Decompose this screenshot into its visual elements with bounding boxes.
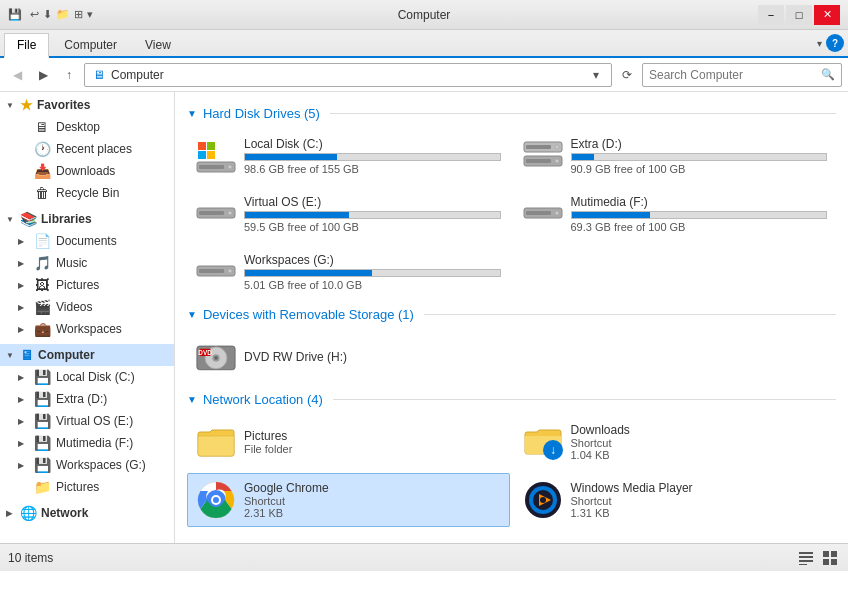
tab-computer[interactable]: Computer [51,33,130,56]
mutimedia-f-name: Mutimedia (F:) [571,195,828,209]
sidebar-item-recycle-bin[interactable]: 🗑 Recycle Bin [0,182,174,204]
up-button[interactable]: ↑ [58,64,80,86]
tab-view[interactable]: View [132,33,184,56]
title-bar: 💾 ↩ ⬇ 📁 ⊞ ▾ Computer − □ ✕ [0,0,848,30]
local-c-bar [245,154,337,160]
network-item-pictures[interactable]: Pictures File folder [187,415,510,469]
new-folder-icon: 📁 [56,8,70,21]
pictures-folder-name: Pictures [244,429,292,443]
svg-point-34 [213,497,219,503]
search-input[interactable] [649,68,817,82]
wmp-shortcut-size: 1.31 KB [571,507,693,519]
svg-rect-21 [199,269,224,273]
svg-point-20 [228,269,232,273]
virtual-e-info: Virtual OS (E:) 59.5 GB free of 100 GB [244,195,501,233]
virtual-e-bar-container [244,211,501,219]
view-details-button[interactable] [796,549,816,567]
sidebar-pictures-shortcut-label: Pictures [56,480,99,494]
videos-icon: 🎬 [34,299,50,315]
extra-d-info: Extra (D:) 90.9 GB free of 100 GB [571,137,828,175]
title-bar-left: 💾 ↩ ⬇ 📁 ⊞ ▾ [8,8,93,21]
help-button[interactable]: ? [826,34,844,52]
sidebar-favorites-header[interactable]: ▼ ★ Favorites [0,94,174,116]
drive-workspaces-g[interactable]: Workspaces (G:) 5.01 GB free of 10.0 GB [187,245,510,299]
sidebar-libraries-section: ▼ 📚 Libraries ▶ 📄 Documents ▶ 🎵 Music ▶ … [0,206,174,342]
address-bar: ◀ ▶ ↑ 🖥 Computer ▾ ⟳ 🔍 [0,58,848,92]
sidebar-workspaces-lib-label: Workspaces [56,322,122,336]
address-path[interactable]: 🖥 Computer ▾ [84,63,612,87]
sidebar-item-desktop[interactable]: 🖥 Desktop [0,116,174,138]
virtual-e-name: Virtual OS (E:) [244,195,501,209]
svg-point-39 [540,497,546,503]
virtual-e-free: 59.5 GB free of 100 GB [244,221,501,233]
drive-extra-d[interactable]: Extra (D:) 90.9 GB free of 100 GB [514,129,837,183]
sidebar-item-virtual-e[interactable]: ▶ 💾 Virtual OS (E:) [0,410,174,432]
extra-d-bar [572,154,595,160]
dvd-drive-item[interactable]: DVD DVD RW Drive (H:) [187,330,356,384]
breadcrumb-label: Computer [111,68,164,82]
sidebar-network-header[interactable]: ▶ 🌐 Network [0,502,174,524]
search-box[interactable]: 🔍 [642,63,842,87]
properties-icon: ⬇ [43,8,52,21]
sidebar-libraries-header[interactable]: ▼ 📚 Libraries [0,208,174,230]
workspaces-lib-icon: 💼 [34,321,50,337]
minimize-button[interactable]: − [758,5,784,25]
forward-button[interactable]: ▶ [32,64,54,86]
window-title: Computer [398,8,451,22]
sidebar-item-videos[interactable]: ▶ 🎬 Videos [0,296,174,318]
ribbon-collapse-arrow[interactable]: ▾ [817,38,822,49]
local-c-icon: 💾 [34,369,50,385]
sidebar-pictures-label: Pictures [56,278,99,292]
drive-local-c[interactable]: Local Disk (C:) 98.6 GB free of 155 GB [187,129,510,183]
workspaces-g-name: Workspaces (G:) [244,253,501,267]
address-dropdown-arrow[interactable]: ▾ [589,68,603,82]
network-section-arrow[interactable]: ▼ [187,394,197,405]
workspaces-g-bar [245,270,372,276]
sidebar-item-pictures-shortcut[interactable]: 📁 Pictures [0,476,174,498]
chrome-shortcut-type: Shortcut [244,495,329,507]
back-button[interactable]: ◀ [6,64,28,86]
libraries-arrow: ▼ [6,215,16,224]
wmp-shortcut-info: Windows Media Player Shortcut 1.31 KB [571,481,693,519]
sidebar-item-workspaces-g[interactable]: ▶ 💾 Workspaces (G:) [0,454,174,476]
svg-rect-42 [799,560,813,562]
save-icon: 💾 [8,8,22,21]
pictures-shortcut-icon: 📁 [34,479,50,495]
sidebar-item-local-c[interactable]: ▶ 💾 Local Disk (C:) [0,366,174,388]
pictures-folder-type: File folder [244,443,292,455]
computer-header-icon: 🖥 [20,347,34,363]
network-divider [333,399,836,400]
sidebar-item-downloads[interactable]: 📥 Downloads [0,160,174,182]
view-large-button[interactable] [820,549,840,567]
sidebar-item-mutimedia-f[interactable]: ▶ 💾 Mutimedia (F:) [0,432,174,454]
refresh-button[interactable]: ⟳ [616,64,638,86]
sidebar-item-extra-d[interactable]: ▶ 💾 Extra (D:) [0,388,174,410]
drive-virtual-e[interactable]: Virtual OS (E:) 59.5 GB free of 100 GB [187,187,510,241]
svg-rect-18 [526,211,551,215]
undo-icon: ↩ [30,8,39,21]
sidebar-item-documents[interactable]: ▶ 📄 Documents [0,230,174,252]
hard-disk-section-arrow[interactable]: ▼ [187,108,197,119]
network-item-downloads[interactable]: ↓ Downloads Shortcut 1.04 KB [514,415,837,469]
sidebar-item-workspaces[interactable]: ▶ 💼 Workspaces [0,318,174,340]
network-item-wmp[interactable]: Windows Media Player Shortcut 1.31 KB [514,473,837,527]
toolbar-dropdown-icon[interactable]: ▾ [87,8,93,21]
network-item-chrome[interactable]: Google Chrome Shortcut 2.31 KB [187,473,510,527]
svg-point-17 [555,211,559,215]
workspaces-g-drive-icon [196,252,236,292]
sidebar-computer-header[interactable]: ▼ 🖥 Computer [0,344,174,366]
sidebar-item-recent-places[interactable]: 🕐 Recent places [0,138,174,160]
svg-rect-41 [799,556,813,558]
drive-mutimedia-f[interactable]: Mutimedia (F:) 69.3 GB free of 100 GB [514,187,837,241]
sidebar-music-label: Music [56,256,87,270]
chrome-shortcut-icon [196,480,236,520]
sidebar-item-pictures[interactable]: ▶ 🖼 Pictures [0,274,174,296]
removable-section-arrow[interactable]: ▼ [187,309,197,320]
svg-rect-15 [199,211,224,215]
svg-rect-40 [799,552,813,554]
maximize-button[interactable]: □ [786,5,812,25]
sidebar-item-music[interactable]: ▶ 🎵 Music [0,252,174,274]
documents-arrow: ▶ [18,237,28,246]
tab-file[interactable]: File [4,33,49,58]
close-button[interactable]: ✕ [814,5,840,25]
